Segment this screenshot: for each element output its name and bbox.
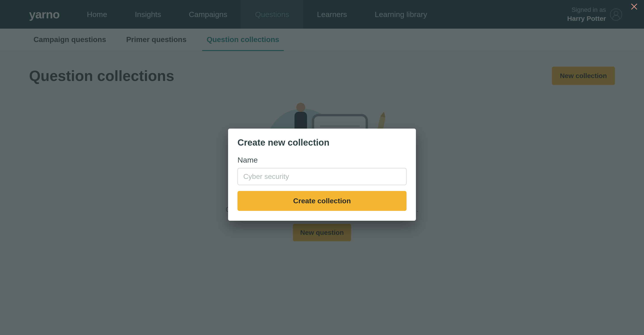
modal-title: Create new collection	[238, 138, 406, 148]
name-label: Name	[238, 156, 406, 164]
modal-overlay[interactable]: Create new collection Name Create collec…	[0, 0, 644, 335]
create-collection-button[interactable]: Create collection	[238, 191, 406, 211]
close-icon[interactable]	[630, 2, 639, 11]
create-collection-modal: Create new collection Name Create collec…	[228, 128, 416, 221]
collection-name-input[interactable]	[238, 168, 406, 185]
